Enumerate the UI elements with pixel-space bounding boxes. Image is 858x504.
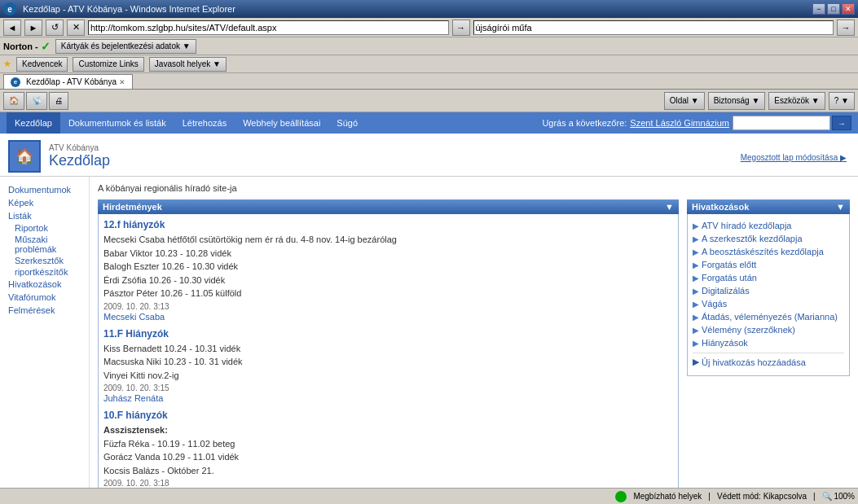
ref-label-8: Vélemény (szerzőknek) (702, 325, 795, 335)
sidebar-link-references[interactable]: Hivatkozások (0, 278, 89, 291)
announce-author-2[interactable]: Juhász Renáta (103, 393, 673, 403)
sp-nav-item-create[interactable]: Létrehozás (174, 112, 235, 134)
stop-button[interactable]: ✕ (67, 20, 85, 36)
announcements-webpart: Hirdetmények ▼ 12.f hiányzók Mecseki Csa… (98, 199, 679, 504)
modify-page-link[interactable]: Megosztott lap módosítása ▶ (741, 151, 850, 162)
page-menu-button[interactable]: Oldal ▼ (664, 92, 705, 110)
tab-bar: e Kezdőlap - ATV Kóbánya ✕ (0, 73, 858, 90)
add-reference-link[interactable]: ▶ Új hivatkozás hozzáadása (693, 353, 844, 370)
back-button[interactable]: ◄ (3, 20, 21, 36)
ref-bullet-icon: ▶ (693, 287, 699, 296)
ref-label-2: A beosztáskészítés kezdőlapja (702, 247, 824, 256)
announcements-menu-icon[interactable]: ▼ (665, 202, 674, 212)
ie-logo: e (3, 2, 16, 15)
status-right: Megbízható helyek | Védett mód: Kikapcso… (615, 491, 855, 502)
sp-search-input[interactable] (733, 116, 830, 130)
norton-account-button[interactable]: Kártyák és bejelentkezési adatok ▼ (55, 39, 196, 54)
ref-bullet-icon: ▶ (693, 339, 699, 348)
announce-title-3[interactable]: 10.F hiányzók (103, 410, 673, 421)
title-bar: e Kezdőlap - ATV Kóbánya - Windows Inter… (0, 0, 858, 18)
home-button[interactable]: 🏠 (3, 92, 24, 110)
sp-nav-items: Kezdőlap Dokumentumok és listák Létrehoz… (7, 112, 366, 134)
customize-links-button[interactable]: Customize Links (73, 57, 143, 72)
sp-nav-item-home[interactable]: Kezdőlap (7, 112, 60, 134)
sidebar-link-forums[interactable]: Vitafórumok (0, 291, 89, 304)
sidebar-link-reporters[interactable]: riportkészítők (0, 266, 89, 278)
announce-title-1[interactable]: 12.f hiányzók (103, 219, 673, 230)
sidebar-link-lists[interactable]: Listák (0, 209, 89, 222)
add-icon: ▶ (693, 357, 699, 367)
ref-label-5: Digitalizálás (702, 286, 750, 296)
announce-title-2[interactable]: 11.F Hiányzók (103, 328, 673, 340)
ref-bullet-icon: ▶ (693, 248, 699, 256)
jump-label: Ugrás a következőre: (542, 118, 627, 128)
restore-button[interactable]: □ (827, 3, 840, 15)
announce-author-1[interactable]: Mecseki Csaba (103, 312, 673, 322)
announcements-header: Hirdetmények ▼ (98, 199, 679, 214)
sp-search-button[interactable]: → (832, 116, 851, 130)
site-tagline: A köbányai regionális híradó site-ja (98, 183, 850, 193)
references-webpart: Hivatkozások ▼ ▶ ATV híradó kezdőlapja ▶… (687, 199, 850, 504)
tab-icon: e (11, 77, 20, 87)
sidebar-link-documents[interactable]: Dokumentumok (0, 183, 89, 196)
favorites-button[interactable]: Kedvencek (16, 57, 68, 72)
sidebar-link-images[interactable]: Képek (0, 196, 89, 209)
tab-close-icon[interactable]: ✕ (119, 78, 125, 86)
ref-link-2[interactable]: ▶ A beosztáskészítés kezdőlapja (693, 245, 844, 258)
sp-nav-item-help[interactable]: Súgó (328, 112, 366, 134)
sidebar-link-editors[interactable]: Szerkesztők (0, 255, 89, 266)
trusted-label: Megbízható helyek (633, 492, 702, 501)
ref-bullet-icon: ▶ (693, 261, 699, 270)
ref-label-9: Hiányzások (702, 338, 748, 348)
feeds-button[interactable]: 📡 (26, 92, 47, 110)
sidebar-link-technical[interactable]: Műszaki problémák (0, 234, 89, 255)
main-layout: Dokumentumok Képek Listák Riportok Műsza… (0, 177, 858, 504)
security-menu-button[interactable]: Biztonság ▼ (708, 92, 766, 110)
norton-check-icon: ✓ (41, 40, 51, 53)
norton-label: Norton - (3, 42, 38, 51)
sp-nav-item-settings[interactable]: Webhely beállításai (235, 112, 328, 134)
minimize-button[interactable]: − (812, 3, 825, 15)
ref-link-3[interactable]: ▶ Forgatás előtt (693, 258, 844, 271)
references-body: ▶ ATV híradó kezdőlapja ▶ A szerkesztők … (687, 214, 850, 376)
tab-atv-kobanya[interactable]: e Kezdőlap - ATV Kóbánya ✕ (3, 74, 133, 89)
references-menu-icon[interactable]: ▼ (836, 202, 845, 212)
ref-link-6[interactable]: ▶ Vágás (693, 297, 844, 310)
sp-nav-item-docs[interactable]: Dokumentumok és listák (60, 112, 174, 134)
ref-link-0[interactable]: ▶ ATV híradó kezdőlapja (693, 219, 844, 232)
page-title: Kezdőlap (49, 152, 110, 169)
close-button[interactable]: ✕ (842, 3, 855, 15)
ref-bullet-icon: ▶ (693, 326, 699, 335)
ref-link-9[interactable]: ▶ Hiányzások (693, 336, 844, 349)
tools-menu-button[interactable]: Eszközök ▼ (768, 92, 825, 110)
ref-label-4: Forgatás után (702, 273, 757, 283)
add-label: Új hivatkozás hozzáadása (702, 357, 806, 367)
search-input[interactable] (473, 20, 834, 35)
suggested-places-button[interactable]: Javasolt helyek ▼ (149, 57, 227, 72)
site-icon: 🏠 (8, 140, 41, 173)
star-icon: ★ (3, 59, 11, 69)
sidebar-link-surveys[interactable]: Felmérések (0, 304, 89, 317)
address-input[interactable] (88, 20, 449, 35)
zoom-control[interactable]: 🔍 100% (822, 492, 855, 501)
ref-link-8[interactable]: ▶ Vélemény (szerzőknek) (693, 323, 844, 336)
ref-link-4[interactable]: ▶ Forgatás után (693, 271, 844, 284)
forward-button[interactable]: ► (24, 20, 42, 36)
favorites-toolbar: ★ Kedvencek Customize Links Javasolt hel… (0, 55, 858, 73)
ref-link-5[interactable]: ▶ Digitalizálás (693, 284, 844, 297)
refresh-button[interactable]: ↺ (46, 20, 64, 36)
print-button[interactable]: 🖨 (49, 92, 68, 110)
site-title-area: ATV Kóbánya Kezdőlap (49, 143, 110, 169)
webpart-row: Hirdetmények ▼ 12.f hiányzók Mecseki Csa… (98, 199, 850, 504)
sidebar-link-reports[interactable]: Riportok (0, 222, 89, 234)
references-header: Hivatkozások ▼ (687, 199, 850, 214)
help-menu-button[interactable]: ? ▼ (829, 92, 855, 110)
page-header: 🏠 ATV Kóbánya Kezdőlap Megosztott lap mó… (0, 134, 858, 177)
announce-body-2: Kiss Bernadett 10.24 - 10.31 vidék Macsu… (103, 342, 673, 383)
announce-body-3: Asszisztensek: Füzfa Réka - 10.19 - 11.0… (103, 423, 673, 477)
go-button[interactable]: → (452, 20, 470, 36)
ref-link-1[interactable]: ▶ A szerkesztők kezdőlapja (693, 232, 844, 245)
jump-target-link[interactable]: Szent László Gimnázium (630, 118, 729, 128)
search-go-button[interactable]: → (837, 20, 855, 36)
ref-link-7[interactable]: ▶ Átadás, véleményezés (Marianna) (693, 310, 844, 323)
